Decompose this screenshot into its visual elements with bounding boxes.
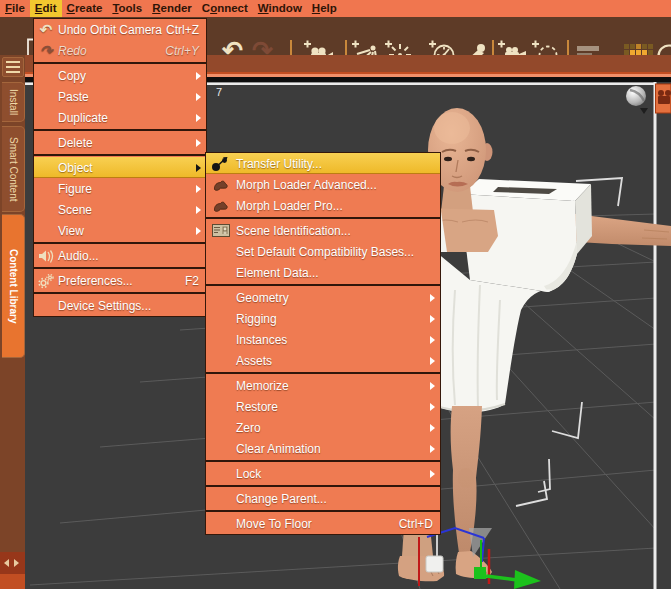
- submenu-arrow-icon: [196, 72, 201, 80]
- edit-menu: ↶ Undo Orbit Camera Ctrl+Z ↷ Redo Ctrl+Y…: [33, 18, 207, 317]
- menu-separator: [34, 292, 206, 294]
- sidebar-tab-install[interactable]: Install: [2, 82, 25, 122]
- menu-item-geometry[interactable]: Geometry: [206, 287, 440, 308]
- daz-studio-window: { "menubar": { "items": [ {"label": "Fil…: [0, 0, 671, 589]
- redo-icon: ↷: [34, 43, 58, 58]
- menu-item-element-data[interactable]: Element Data...: [206, 262, 440, 283]
- menu-item-undo[interactable]: ↶ Undo Orbit Camera Ctrl+Z: [34, 19, 206, 40]
- menu-item-label: Clear Animation: [236, 442, 430, 456]
- menu-separator: [206, 510, 440, 512]
- menu-item-memorize[interactable]: Memorize: [206, 375, 440, 396]
- menu-item-paste[interactable]: Paste: [34, 86, 206, 107]
- scroll-left-icon[interactable]: [4, 559, 9, 567]
- menu-item-morph-loader-advanced[interactable]: Morph Loader Advanced...: [206, 174, 440, 195]
- submenu-arrow-icon: [196, 114, 201, 122]
- menu-item-label: Copy: [58, 69, 196, 83]
- sidebar-bottom-tab[interactable]: [0, 574, 25, 589]
- menu-item-object[interactable]: Object: [34, 157, 206, 178]
- menu-item-morph-loader-pro[interactable]: Morph Loader Pro...: [206, 195, 440, 216]
- menu-item-set-default-compatibility-bases[interactable]: Set Default Compatibility Bases...: [206, 241, 440, 262]
- menu-item-label: Zero: [236, 421, 430, 435]
- sidebar-tab-label: Content Library: [8, 249, 19, 323]
- menu-item-rigging[interactable]: Rigging: [206, 308, 440, 329]
- menu-item-view[interactable]: View: [34, 220, 206, 241]
- menubar-item-edit[interactable]: Edit: [30, 0, 62, 17]
- viewport-view-selector-button[interactable]: [656, 84, 671, 113]
- viewport-options-sphere-icon[interactable]: [626, 86, 646, 106]
- menubar-item-connect[interactable]: Connect: [197, 0, 253, 17]
- menu-item-duplicate[interactable]: Duplicate: [34, 107, 206, 128]
- menu-item-change-parent[interactable]: Change Parent...: [206, 488, 440, 509]
- menu-item-transfer-utility[interactable]: Transfer Utility...: [206, 153, 440, 174]
- transfer-utility-icon: [206, 156, 236, 172]
- menubar-item-window[interactable]: Window: [253, 0, 307, 17]
- scene-id-icon: [206, 224, 236, 237]
- submenu-arrow-icon: [430, 294, 435, 302]
- menu-item-label: Audio...: [58, 249, 206, 263]
- menu-item-label: Rigging: [236, 312, 430, 326]
- menu-item-delete[interactable]: Delete: [34, 132, 206, 153]
- menu-item-shortcut: Ctrl+D: [395, 517, 440, 531]
- menu-item-device-settings[interactable]: Device Settings...: [34, 295, 206, 316]
- menu-item-instances[interactable]: Instances: [206, 329, 440, 350]
- menu-item-label: Instances: [236, 333, 430, 347]
- menu-item-label: Undo Orbit Camera: [58, 23, 162, 37]
- menubar-item-render[interactable]: Render: [147, 0, 197, 17]
- menu-item-label: Morph Loader Pro...: [236, 199, 440, 213]
- menu-item-lock[interactable]: Lock: [206, 463, 440, 484]
- object-submenu: Transfer Utility... Morph Loader Advance…: [205, 152, 441, 535]
- menu-item-redo[interactable]: ↷ Redo Ctrl+Y: [34, 40, 206, 61]
- menubar: File Edit Create Tools Render Connect Wi…: [0, 0, 671, 17]
- menu-separator: [34, 62, 206, 64]
- menu-item-label: Set Default Compatibility Bases...: [236, 245, 440, 259]
- scroll-right-icon[interactable]: [14, 559, 19, 567]
- submenu-arrow-icon: [196, 93, 201, 101]
- menubar-item-tools[interactable]: Tools: [107, 0, 147, 17]
- menubar-item-file[interactable]: File: [0, 0, 30, 17]
- submenu-arrow-icon: [196, 206, 201, 214]
- menu-item-move-to-floor[interactable]: Move To Floor Ctrl+D: [206, 513, 440, 534]
- menu-item-shortcut: Ctrl+Y: [161, 44, 206, 58]
- menu-item-restore[interactable]: Restore: [206, 396, 440, 417]
- menu-separator: [34, 267, 206, 269]
- menubar-item-create[interactable]: Create: [62, 0, 108, 17]
- menu-item-figure[interactable]: Figure: [34, 178, 206, 199]
- sidebar-tab-content-library[interactable]: Content Library: [2, 214, 25, 358]
- gizmo-green-cube[interactable]: [474, 567, 486, 579]
- menu-item-label: View: [58, 224, 196, 238]
- menu-item-label: Preferences...: [58, 274, 181, 288]
- menu-item-zero[interactable]: Zero: [206, 417, 440, 438]
- menu-item-clear-animation[interactable]: Clear Animation: [206, 438, 440, 459]
- gizmo-center-cube[interactable]: [426, 556, 443, 572]
- menu-item-scene[interactable]: Scene: [34, 199, 206, 220]
- menu-item-label: Lock: [236, 467, 430, 481]
- undo-icon: ↶: [34, 22, 58, 37]
- sidebar-tab-label: Smart Content: [8, 137, 19, 201]
- submenu-arrow-icon: [430, 336, 435, 344]
- menu-separator: [206, 217, 440, 219]
- viewport-camera-label: 7: [216, 86, 222, 98]
- menu-item-assets[interactable]: Assets: [206, 350, 440, 371]
- sidebar-tab-label: Install: [8, 89, 19, 115]
- menu-item-audio[interactable]: Audio...: [34, 245, 206, 266]
- menubar-item-help[interactable]: Help: [307, 0, 342, 17]
- dock-menu-icon[interactable]: [2, 57, 24, 77]
- menu-item-label: Element Data...: [236, 266, 440, 280]
- sidebar-tab-smart-content[interactable]: Smart Content: [2, 126, 25, 212]
- submenu-arrow-icon: [430, 424, 435, 432]
- submenu-arrow-icon: [430, 382, 435, 390]
- menu-item-label: Object: [58, 161, 196, 175]
- morph-loader-icon: [206, 178, 236, 192]
- submenu-arrow-icon: [196, 185, 201, 193]
- submenu-arrow-icon: [430, 357, 435, 365]
- menu-item-preferences[interactable]: Preferences... F2: [34, 270, 206, 291]
- left-dock-sidebar: Install Smart Content Content Library: [0, 55, 25, 589]
- menu-item-scene-identification[interactable]: Scene Identification...: [206, 220, 440, 241]
- menu-item-copy[interactable]: Copy: [34, 65, 206, 86]
- menu-item-label: Delete: [58, 136, 196, 150]
- menu-separator: [34, 129, 206, 131]
- menu-separator: [206, 284, 440, 286]
- submenu-arrow-icon: [430, 403, 435, 411]
- menu-item-label: Change Parent...: [236, 492, 440, 506]
- menu-item-label: Geometry: [236, 291, 430, 305]
